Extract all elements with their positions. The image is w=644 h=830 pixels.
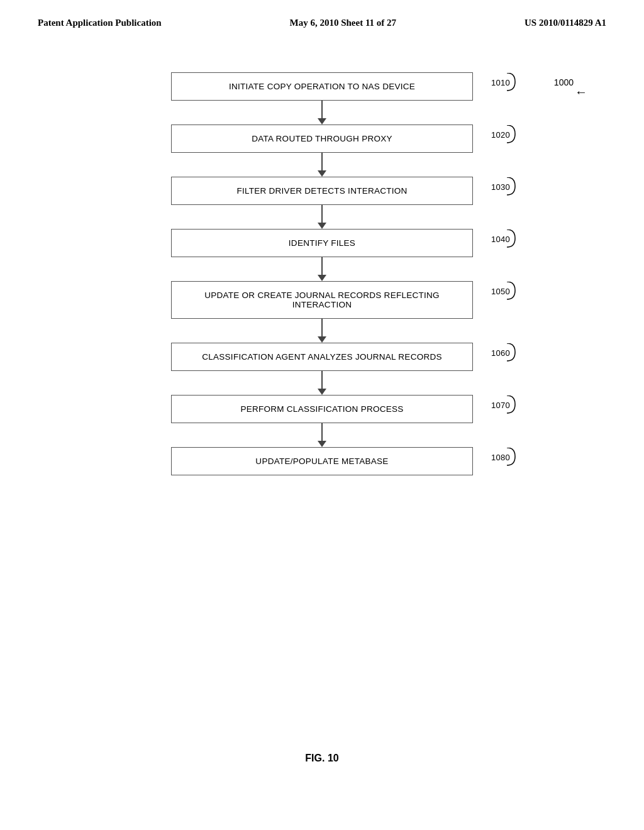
connector-arrow bbox=[318, 223, 326, 229]
box-1030: FILTER DRIVER DETECTS INTERACTION 1030 bbox=[171, 177, 473, 205]
connector-1010-1020 bbox=[171, 101, 473, 124]
box-1080: UPDATE/POPULATE METABASE 1080 bbox=[171, 447, 473, 475]
box-1050-text: UPDATE OR CREATE JOURNAL RECORDS REFLECT… bbox=[204, 290, 440, 309]
box-1060-text: CLASSIFICATION AGENT ANALYZES JOURNAL RE… bbox=[202, 352, 441, 362]
outer-diagram-label: 1000 bbox=[554, 77, 574, 87]
bracket-1050 bbox=[504, 282, 516, 301]
connector-line bbox=[321, 319, 323, 336]
page-header: Patent Application Publication May 6, 20… bbox=[0, 0, 644, 35]
step-row-1010: INITIATE COPY OPERATION TO NAS DEVICE 10… bbox=[171, 72, 473, 101]
box-1070-text: PERFORM CLASSIFICATION PROCESS bbox=[240, 404, 403, 414]
bracket-1020 bbox=[504, 125, 516, 144]
bracket-1040 bbox=[504, 230, 516, 248]
box-1030-text: FILTER DRIVER DETECTS INTERACTION bbox=[236, 186, 407, 196]
bracket-1080 bbox=[504, 448, 516, 467]
step-row-1070: PERFORM CLASSIFICATION PROCESS 1070 bbox=[171, 395, 473, 423]
bracket-1030 bbox=[504, 177, 516, 196]
connector-1070-1080 bbox=[171, 423, 473, 447]
connector-arrow bbox=[318, 118, 326, 124]
bracket-1070 bbox=[504, 396, 516, 414]
step-row-1060: CLASSIFICATION AGENT ANALYZES JOURNAL RE… bbox=[171, 343, 473, 371]
date-sheet-label: May 6, 2010 Sheet 11 of 27 bbox=[290, 18, 397, 28]
bracket-1010 bbox=[504, 73, 516, 92]
figure-caption: FIG. 10 bbox=[305, 753, 338, 764]
bracket-1060 bbox=[504, 343, 516, 362]
step-row-1050: UPDATE OR CREATE JOURNAL RECORDS REFLECT… bbox=[171, 281, 473, 319]
box-1080-text: UPDATE/POPULATE METABASE bbox=[255, 456, 388, 466]
diagram-area: 1000 ← INITIATE COPY OPERATION TO NAS DE… bbox=[0, 35, 644, 814]
connector-1020-1030 bbox=[171, 153, 473, 177]
step-row-1020: DATA ROUTED THROUGH PROXY 1020 bbox=[171, 124, 473, 153]
connector-arrow bbox=[318, 336, 326, 343]
connector-line bbox=[321, 101, 323, 118]
step-row-1030: FILTER DRIVER DETECTS INTERACTION 1030 bbox=[171, 177, 473, 205]
connector-line bbox=[321, 423, 323, 441]
connector-line bbox=[321, 205, 323, 223]
publication-label: Patent Application Publication bbox=[38, 18, 162, 28]
step-row-1040: IDENTIFY FILES 1040 bbox=[171, 229, 473, 257]
connector-arrow bbox=[318, 389, 326, 395]
box-1040: IDENTIFY FILES 1040 bbox=[171, 229, 473, 257]
connector-line bbox=[321, 371, 323, 389]
connector-1060-1070 bbox=[171, 371, 473, 395]
connector-1030-1040 bbox=[171, 205, 473, 229]
connector-1040-1050 bbox=[171, 257, 473, 281]
connector-arrow bbox=[318, 441, 326, 447]
connector-line bbox=[321, 153, 323, 170]
flowchart: INITIATE COPY OPERATION TO NAS DEVICE 10… bbox=[171, 72, 473, 475]
box-1010-text: INITIATE COPY OPERATION TO NAS DEVICE bbox=[229, 82, 415, 91]
box-1040-text: IDENTIFY FILES bbox=[289, 238, 355, 248]
step-row-1080: UPDATE/POPULATE METABASE 1080 bbox=[171, 447, 473, 475]
box-1020-text: DATA ROUTED THROUGH PROXY bbox=[252, 134, 392, 143]
box-1050: UPDATE OR CREATE JOURNAL RECORDS REFLECT… bbox=[171, 281, 473, 319]
connector-arrow bbox=[318, 170, 326, 177]
box-1020: DATA ROUTED THROUGH PROXY 1020 bbox=[171, 124, 473, 153]
box-1070: PERFORM CLASSIFICATION PROCESS 1070 bbox=[171, 395, 473, 423]
box-1060: CLASSIFICATION AGENT ANALYZES JOURNAL RE… bbox=[171, 343, 473, 371]
outer-bracket-arrow: ← bbox=[575, 85, 587, 99]
connector-1050-1060 bbox=[171, 319, 473, 343]
box-1010: INITIATE COPY OPERATION TO NAS DEVICE 10… bbox=[171, 72, 473, 101]
connector-arrow bbox=[318, 275, 326, 281]
patent-number-label: US 2010/0114829 A1 bbox=[525, 18, 606, 28]
connector-line bbox=[321, 257, 323, 275]
